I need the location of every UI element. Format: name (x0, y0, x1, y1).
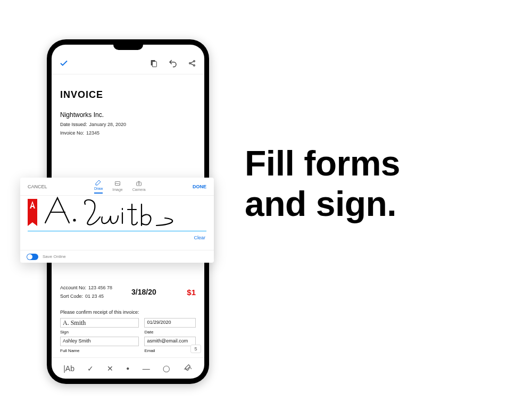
invoice-lower: Account No:123 456 78 Sort Code:01 23 45… (52, 280, 204, 357)
signature-baseline (28, 231, 206, 231)
svg-line-6 (190, 63, 193, 65)
invoice-no-value: 12345 (86, 130, 99, 136)
save-online-label: Save Online (43, 254, 66, 259)
date-issued-label: Date Issued: (60, 122, 87, 127)
done-button[interactable]: DONE (193, 184, 206, 189)
cancel-button[interactable]: CANCEL (28, 184, 47, 189)
invoice-no-label: Invoice No: (60, 130, 84, 136)
company-name: Nightworks Inc. (60, 111, 196, 119)
email-field[interactable]: asmith@email.com (144, 337, 196, 346)
fullname-field[interactable]: Ashley Smith (60, 337, 139, 346)
signature-canvas[interactable]: Clear (20, 196, 214, 250)
date-issued-value: January 28, 2020 (89, 122, 127, 127)
tab-draw-label: Draw (94, 187, 103, 190)
dot-tool-icon[interactable]: ● (126, 365, 129, 371)
svg-point-9 (138, 183, 140, 185)
signature-stroke (43, 194, 181, 231)
done-check-icon[interactable] (59, 58, 69, 68)
sign-field[interactable]: A. Smith (60, 318, 139, 328)
svg-line-5 (190, 61, 193, 63)
svg-point-2 (189, 62, 191, 64)
page-indicator: 5 (190, 345, 201, 353)
circle-tool-icon[interactable]: ◯ (163, 365, 170, 372)
svg-point-3 (194, 60, 195, 62)
tab-draw[interactable]: Draw (94, 179, 103, 194)
svg-rect-8 (137, 182, 142, 186)
headline-line2: and sign. (245, 184, 400, 224)
tab-image[interactable]: Image (112, 180, 122, 194)
phone-notch (113, 45, 143, 50)
app-toolbar (52, 52, 204, 74)
fullname-field-label: Full Name (60, 348, 139, 353)
signature-panel-footer: Save Online (20, 250, 214, 263)
dash-tool-icon[interactable]: — (143, 364, 150, 373)
signature-panel: CANCEL Draw Image Camera DONE (20, 178, 214, 263)
sign-field-label: Sign (60, 330, 139, 334)
svg-rect-1 (152, 61, 156, 66)
sort-code-label: Sort Code: (60, 294, 83, 299)
account-no-label: Account No: (60, 285, 86, 290)
adobe-bookmark-icon (28, 199, 37, 222)
share-icon[interactable] (187, 58, 197, 68)
invoice-section: INVOICE Nightworks Inc. Date Issued: Jan… (52, 74, 204, 141)
sort-code-value: 01 23 45 (85, 294, 104, 299)
signature-tool-icon[interactable] (183, 363, 193, 374)
account-no-value: 123 456 78 (88, 285, 112, 290)
check-tool-icon[interactable]: ✓ (87, 364, 94, 373)
clear-button[interactable]: Clear (194, 235, 205, 240)
signature-panel-bar: CANCEL Draw Image Camera DONE (20, 178, 214, 196)
save-copy-icon[interactable] (149, 58, 159, 68)
date-field[interactable]: 01/29/2020 (144, 318, 196, 328)
text-tool-icon[interactable]: |Ab (63, 364, 74, 373)
tab-image-label: Image (112, 188, 122, 191)
tab-camera-label: Camera (132, 188, 146, 191)
invoice-title: INVOICE (60, 89, 196, 101)
date-field-label: Date (144, 330, 196, 334)
confirm-label: Please confirm receipt of this invoice: (60, 309, 196, 315)
headline-line1: Fill forms (245, 144, 400, 184)
invoice-amount: $1 (187, 288, 196, 297)
headline: Fill forms and sign. (245, 144, 400, 224)
svg-point-4 (194, 64, 195, 66)
undo-icon[interactable] (168, 58, 178, 68)
tab-camera[interactable]: Camera (132, 180, 146, 194)
save-online-toggle[interactable] (27, 254, 38, 260)
svg-point-10 (74, 220, 76, 221)
email-field-label: Email (144, 348, 196, 353)
x-tool-icon[interactable]: ✕ (107, 364, 113, 373)
date-stamp[interactable]: 3/18/20 (131, 288, 156, 296)
fill-sign-toolbar: |Ab ✓ ✕ ● — ◯ (52, 357, 204, 379)
